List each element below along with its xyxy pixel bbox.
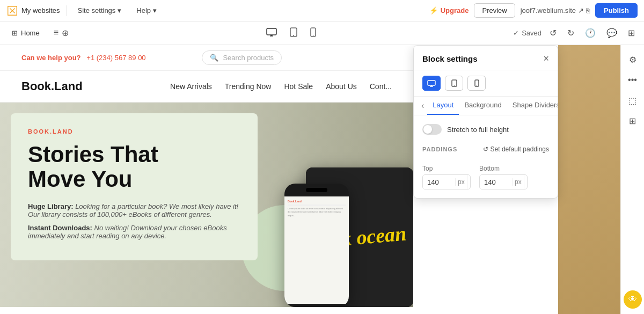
my-websites-label[interactable]: My websites xyxy=(21,6,60,14)
site-url-text: joof7.weblium.site xyxy=(521,6,576,14)
stretch-label: Stretch to full height xyxy=(447,126,509,134)
undo-button[interactable]: ↺ xyxy=(547,25,559,41)
bottom-padding-input[interactable] xyxy=(480,176,512,189)
phone-mockup: Book.Land Lorem ipsum dolor sit amet con… xyxy=(284,184,349,307)
home-icon: ⊞ xyxy=(12,29,18,37)
nav-contact[interactable]: Cont... xyxy=(370,82,392,91)
top-padding-input[interactable] xyxy=(423,176,455,189)
checkmark-icon: ✓ xyxy=(513,29,519,37)
panel-tabs: ‹ Layout Background Shape Dividers Anim … xyxy=(414,97,558,115)
phone-screen: Book.Land Lorem ipsum dolor sit amet con… xyxy=(284,196,349,304)
top-padding-input-wrap: px ▲ ▼ xyxy=(422,174,471,189)
phone-link[interactable]: +1 (234) 567 89 00 xyxy=(86,54,145,62)
paddings-label: PADDINGS xyxy=(422,146,457,152)
device-switcher xyxy=(264,25,318,41)
feature-downloads: Instant Downloads: No waiting! Download … xyxy=(28,224,240,240)
bottom-padding-up[interactable]: ▲ xyxy=(524,175,528,182)
bottom-padding-label: Bottom xyxy=(479,165,528,172)
svg-rect-0 xyxy=(267,28,276,35)
preview-button[interactable]: Preview xyxy=(474,3,515,18)
tab-background[interactable]: Background xyxy=(459,97,507,115)
nav-trending-now[interactable]: Trending Now xyxy=(225,82,272,91)
site-url-link[interactable]: joof7.weblium.site ↗ ⎘ xyxy=(521,6,590,14)
editor-bar-left: ⊞ Home ≡ ⊕ xyxy=(6,26,69,40)
panel-close-button[interactable]: × xyxy=(543,53,549,64)
lightning-icon: ⚡ xyxy=(429,6,438,14)
topbar-right: ⚡ Upgrade Preview joof7.weblium.site ↗ ⎘… xyxy=(429,3,638,18)
hero-brand: BOOK.LAND xyxy=(28,128,240,135)
panel-title: Block settings xyxy=(422,54,478,63)
top-padding-down[interactable]: ▼ xyxy=(467,182,471,189)
external-link-icon: ↗ xyxy=(578,6,584,14)
history-button[interactable]: 🕐 xyxy=(582,25,598,41)
rt-settings-button[interactable]: ⚙ xyxy=(624,50,642,69)
saved-indicator: ✓ Saved xyxy=(513,29,541,37)
rt-template-button[interactable]: ⬚ xyxy=(624,91,642,109)
topbar: My websites Site settings ▾ Help ▾ ⚡ Upg… xyxy=(0,0,644,21)
layers-icons: ≡ ⊕ xyxy=(54,28,69,38)
set-default-paddings-button[interactable]: ↺ Set default paddings xyxy=(483,145,549,153)
help-text: Can we help you? +1 (234) 567 89 00 xyxy=(21,54,146,62)
more-settings-button[interactable]: ⊞ xyxy=(625,25,638,41)
bottom-padding-down[interactable]: ▼ xyxy=(524,182,528,189)
tab-shape-dividers[interactable]: Shape Dividers xyxy=(507,97,558,115)
tablet-device-button[interactable] xyxy=(288,25,299,41)
home-tab[interactable]: ⊞ Home xyxy=(6,26,45,40)
mobile-device-button[interactable] xyxy=(308,25,318,41)
nav-about-us[interactable]: About Us xyxy=(326,82,357,91)
add-section-icon[interactable]: ⊕ xyxy=(62,28,69,38)
block-settings-panel: Block settings × ‹ Layout Background Sha… xyxy=(413,45,558,199)
chevron-down-icon: ▾ xyxy=(118,6,121,14)
editor-bar-right: ✓ Saved ↺ ↻ 🕐 💬 ⊞ xyxy=(513,25,638,41)
comments-button[interactable]: 💬 xyxy=(604,25,620,41)
copy-icon: ⎘ xyxy=(586,7,590,14)
rt-grid-button[interactable]: ⊞ xyxy=(624,112,642,130)
layers-icon[interactable]: ≡ xyxy=(54,28,58,38)
svg-point-4 xyxy=(312,35,313,36)
search-bar[interactable]: 🔍 Search products xyxy=(202,50,282,65)
hero-section: BOOK.LAND Stories That Move You Huge Lib… xyxy=(0,103,413,307)
canvas-area: Can we help you? +1 (234) 567 89 00 🔍 Se… xyxy=(0,45,644,314)
panel-header: Block settings × xyxy=(414,46,558,70)
panel-mobile-button[interactable] xyxy=(467,76,486,91)
hero-card: BOOK.LAND Stories That Move You Huge Lib… xyxy=(11,113,258,260)
announce-bar: Can we help you? +1 (234) 567 89 00 🔍 Se… xyxy=(0,45,413,71)
panel-device-row xyxy=(414,70,558,97)
nav-hot-sale[interactable]: Hot Sale xyxy=(284,82,313,91)
site-logo-area: My websites xyxy=(6,5,60,17)
site-nav: Book.Land New Arrivals Trending Now Hot … xyxy=(0,71,413,103)
nav-new-arrivals[interactable]: New Arrivals xyxy=(170,82,212,91)
hero-title: Stories That Move You xyxy=(28,142,240,192)
bottom-padding-input-wrap: px ▲ ▼ xyxy=(479,174,528,189)
phone-notch xyxy=(306,188,327,192)
svg-point-9 xyxy=(476,85,477,85)
stretch-toggle[interactable] xyxy=(422,124,442,135)
site-settings-button[interactable]: Site settings ▾ xyxy=(74,4,126,17)
reset-icon: ↺ xyxy=(483,145,488,153)
help-button[interactable]: Help ▾ xyxy=(132,4,161,17)
rt-eye-button[interactable]: 👁 xyxy=(624,290,642,309)
upgrade-button[interactable]: ⚡ Upgrade xyxy=(429,6,469,14)
right-toolbar: ⚙ ••• ⬚ ⊞ 👁 xyxy=(620,45,644,314)
chevron-down-icon: ▾ xyxy=(153,6,157,14)
publish-button[interactable]: Publish xyxy=(595,3,638,18)
bottom-padding-steppers: ▲ ▼ xyxy=(524,175,528,189)
tabs-prev-button[interactable]: ‹ xyxy=(418,97,427,115)
top-padding-up[interactable]: ▲ xyxy=(467,175,471,182)
svg-rect-5 xyxy=(428,81,435,85)
panel-desktop-button[interactable] xyxy=(422,76,441,91)
site-preview: Can we help you? +1 (234) 567 89 00 🔍 Se… xyxy=(0,45,413,314)
editor-bar: ⊞ Home ≡ ⊕ ✓ Saved ↺ ↻ 🕐 💬 ⊞ xyxy=(0,21,644,45)
padding-row: Top px ▲ ▼ Bottom px xyxy=(422,165,549,189)
rt-dots-button[interactable]: ••• xyxy=(624,71,642,89)
redo-button[interactable]: ↻ xyxy=(565,25,577,41)
panel-tablet-button[interactable] xyxy=(445,76,463,91)
top-padding-field: Top px ▲ ▼ xyxy=(422,165,471,189)
bottom-padding-field: Bottom px ▲ ▼ xyxy=(479,165,528,189)
site-logo: Book.Land xyxy=(21,79,83,93)
svg-point-2 xyxy=(293,35,294,36)
svg-point-7 xyxy=(453,85,454,85)
top-padding-unit: px xyxy=(455,178,467,186)
tab-layout[interactable]: Layout xyxy=(427,97,459,115)
desktop-device-button[interactable] xyxy=(264,26,279,40)
